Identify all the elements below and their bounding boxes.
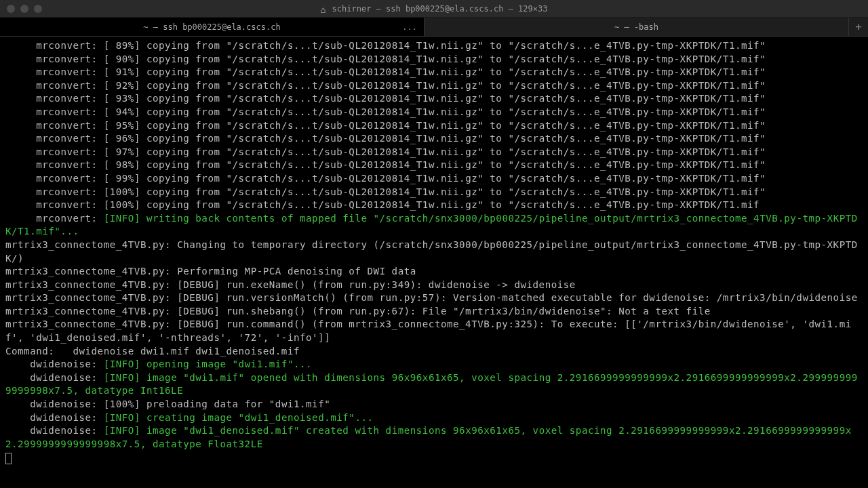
terminal-output[interactable]: mrconvert: [ 89%] copying from "/scratch… (0, 37, 868, 467)
window-titlebar: schirner — ssh bp000225@ela.cscs.ch — 12… (0, 0, 868, 18)
terminal-line: dwidenoise: [INFO] creating image "dwi1_… (5, 411, 863, 425)
terminal-line: mrconvert: [ 99%] copying from "/scratch… (5, 172, 863, 186)
terminal-line: mrconvert: [100%] copying from "/scratch… (5, 199, 863, 212)
terminal-line: dwidenoise: [INFO] opening image "dwi1.m… (5, 358, 863, 371)
terminal-line: mrtrix3_connectome_4TVB.py: Changing to … (5, 239, 863, 265)
terminal-line: mrconvert: [ 90%] copying from "/scratch… (5, 53, 863, 66)
zoom-window-button[interactable] (34, 5, 42, 13)
terminal-line: dwidenoise: [INFO] image "dwi1.mif" open… (5, 371, 863, 398)
tab-label: ~ — ssh bp000225@ela.cscs.ch (143, 22, 280, 32)
cursor (5, 453, 12, 464)
tab-overflow-icon[interactable]: ... (402, 22, 417, 32)
terminal-line: mrtrix3_connectome_4TVB.py: Performing M… (5, 265, 863, 279)
terminal-line: mrconvert: [ 97%] copying from "/scratch… (5, 146, 863, 159)
tab-ssh[interactable]: ~ — ssh bp000225@ela.cscs.ch ... (0, 18, 425, 36)
minimize-window-button[interactable] (20, 5, 28, 13)
tab-label: ~ — -bash (614, 22, 658, 32)
terminal-line: mrconvert: [ 94%] copying from "/scratch… (5, 106, 863, 119)
terminal-line: dwidenoise: [100%] preloading data for "… (5, 398, 863, 411)
new-tab-button[interactable]: + (849, 18, 868, 36)
tab-bash[interactable]: ~ — -bash (425, 18, 849, 36)
terminal-line: mrconvert: [ 89%] copying from "/scratch… (5, 39, 863, 53)
terminal-line: mrconvert: [ 93%] copying from "/scratch… (5, 92, 863, 106)
terminal-line: mrconvert: [INFO] writing back contents … (5, 212, 863, 239)
terminal-line: mrconvert: [ 92%] copying from "/scratch… (5, 79, 863, 93)
terminal-line: mrconvert: [100%] copying from "/scratch… (5, 186, 863, 199)
terminal-line: Command: dwidenoise dwi1.mif dwi1_denois… (5, 345, 863, 359)
traffic-lights (7, 5, 42, 13)
tab-bar: ~ — ssh bp000225@ela.cscs.ch ... ~ — -ba… (0, 18, 868, 37)
terminal-line: mrconvert: [ 96%] copying from "/scratch… (5, 132, 863, 146)
terminal-line: mrtrix3_connectome_4TVB.py: [DEBUG] run.… (5, 279, 863, 292)
window-title-text: schirner — ssh bp000225@ela.cscs.ch — 12… (332, 4, 548, 14)
terminal-line: mrconvert: [ 91%] copying from "/scratch… (5, 66, 863, 79)
home-icon (321, 5, 328, 12)
terminal-line: mrtrix3_connectome_4TVB.py: [DEBUG] run.… (5, 305, 863, 319)
close-window-button[interactable] (7, 5, 15, 13)
window-title: schirner — ssh bp000225@ela.cscs.ch — 12… (321, 4, 548, 14)
terminal-line: mrtrix3_connectome_4TVB.py: [DEBUG] run.… (5, 318, 863, 344)
terminal-line: mrconvert: [ 95%] copying from "/scratch… (5, 119, 863, 133)
terminal-line: dwidenoise: [INFO] image "dwi1_denoised.… (5, 424, 863, 451)
terminal-line: mrconvert: [ 98%] copying from "/scratch… (5, 159, 863, 172)
terminal-line: mrtrix3_connectome_4TVB.py: [DEBUG] run.… (5, 291, 863, 305)
